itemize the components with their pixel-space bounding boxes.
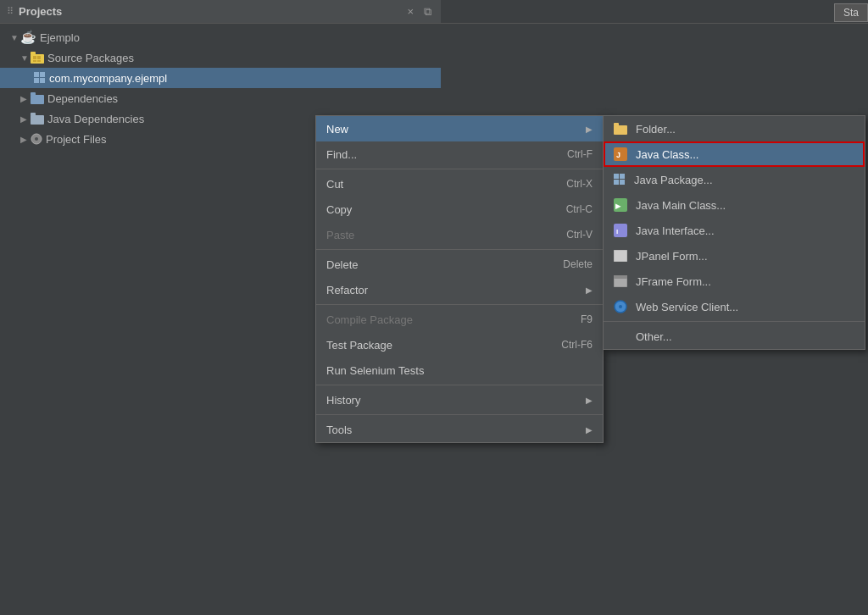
project-files-icon <box>31 133 42 145</box>
separator-submenu <box>604 321 865 322</box>
menu-item-shortcut: Ctrl-F6 <box>561 339 593 351</box>
menu-item-history[interactable]: History ▶ <box>316 387 603 413</box>
menu-item-copy[interactable]: Copy Ctrl-C <box>316 197 603 222</box>
package-icon <box>34 72 46 84</box>
jframe-icon <box>614 275 627 287</box>
menu-item-label: Copy <box>326 203 352 216</box>
expand-arrow: ▶ <box>20 135 31 144</box>
svg-rect-7 <box>31 92 36 96</box>
source-packages-icon <box>31 52 44 64</box>
svg-point-11 <box>35 137 38 141</box>
menu-item-refactor[interactable]: Refactor ▶ <box>316 277 603 302</box>
separator-4 <box>316 385 603 385</box>
panel-restore-btn[interactable]: ⧉ <box>421 5 434 19</box>
menu-item-label: New <box>326 123 348 136</box>
submenu-arrow: ▶ <box>586 396 593 405</box>
panel-close-btn[interactable]: × <box>404 5 416 18</box>
submenu-arrow: ▶ <box>586 125 593 134</box>
menu-item-find[interactable]: Find... Ctrl-F <box>316 141 603 167</box>
dep-icon <box>31 92 44 104</box>
java-class-icon: J <box>614 147 627 161</box>
tree-item-label: Source Packages <box>47 52 134 64</box>
menu-item-label: Tools <box>326 424 352 436</box>
expand-arrow: ▶ <box>20 94 31 103</box>
submenu-arrow: ▶ <box>586 425 593 435</box>
svg-rect-9 <box>31 113 36 116</box>
menu-item-shortcut: Ctrl-V <box>566 229 593 241</box>
svg-point-24 <box>619 305 622 308</box>
menu-item-selenium[interactable]: Run Selenium Tests <box>316 357 603 383</box>
expand-arrow: ▼ <box>20 53 31 63</box>
tree-item-dependencies[interactable]: ▶ Dependencies <box>0 88 441 108</box>
submenu-item-jframe-form[interactable]: JFrame Form... <box>604 269 865 294</box>
folder-icon <box>614 123 627 135</box>
submenu-item-java-interface[interactable]: I Java Interface... <box>604 218 865 243</box>
menu-item-cut[interactable]: Cut Ctrl-X <box>316 171 603 197</box>
menu-item-shortcut: Ctrl-F <box>567 148 593 160</box>
svg-rect-2 <box>33 56 36 59</box>
submenu-item-web-service-client[interactable]: Web Service Client... <box>604 294 865 319</box>
menu-item-label: Run Selenium Tests <box>326 364 424 377</box>
menu-item-label: Cut <box>326 178 343 191</box>
submenu-item-java-class[interactable]: J Java Class... <box>604 141 865 167</box>
menu-item-shortcut: Delete <box>563 258 593 270</box>
separator-5 <box>316 414 603 415</box>
menu-item-label: Refactor <box>326 284 368 296</box>
submenu-item-jpanel-form[interactable]: JPanel Form... <box>604 243 865 269</box>
menu-item-paste[interactable]: Paste Ctrl-V <box>316 222 603 247</box>
svg-rect-13 <box>614 123 619 126</box>
svg-rect-5 <box>37 60 41 62</box>
svg-rect-20 <box>614 250 627 262</box>
menu-item-label: History <box>326 394 360 407</box>
project-icon: ☕ <box>20 30 36 45</box>
submenu-item-java-main-class[interactable]: ▶ Java Main Class... <box>604 192 865 218</box>
java-pkg-icon <box>614 174 626 186</box>
menu-item-label: Java Class... <box>636 148 698 161</box>
sta-label: Sta <box>843 7 859 19</box>
expand-arrow: ▶ <box>20 114 31 124</box>
menu-item-shortcut: Ctrl-X <box>566 178 593 190</box>
svg-rect-12 <box>614 125 627 135</box>
menu-item-test[interactable]: Test Package Ctrl-F6 <box>316 332 603 357</box>
menu-item-label: JFrame Form... <box>636 275 711 288</box>
tree-item-label: Java Dependencies <box>47 113 144 125</box>
menu-item-delete[interactable]: Delete Delete <box>316 252 603 277</box>
svg-text:J: J <box>616 151 620 159</box>
tree-item-ejemplo[interactable]: ▼ ☕ Ejemplo <box>0 27 441 47</box>
tree-item-label: com.mycompany.ejempl <box>49 72 167 85</box>
submenu-item-folder[interactable]: Folder... <box>604 116 865 141</box>
panel-title: Projects <box>19 5 399 18</box>
right-top-bar: — <box>441 0 868 24</box>
menu-item-label: Delete <box>326 258 359 271</box>
submenu-new: Folder... J Java Class... <box>603 115 865 350</box>
menu-item-tools[interactable]: Tools ▶ <box>316 417 603 442</box>
svg-rect-4 <box>33 60 36 62</box>
menu-item-compile[interactable]: Compile Package F9 <box>316 307 603 332</box>
tree-item-label: Ejemplo <box>40 31 80 44</box>
webservice-icon <box>614 300 627 313</box>
menu-item-label: Java Interface... <box>636 224 715 237</box>
panel-drag-icon: ⠿ <box>7 6 14 17</box>
menu-item-label: Web Service Client... <box>636 301 738 313</box>
menu-item-label: Java Package... <box>634 174 713 186</box>
submenu-item-other[interactable]: Other... <box>604 324 865 349</box>
interface-icon: I <box>614 224 627 237</box>
menu-item-label: Test Package <box>326 339 392 352</box>
svg-text:I: I <box>616 228 618 235</box>
sta-button[interactable]: Sta <box>834 3 868 22</box>
menu-item-label: Paste <box>326 229 354 241</box>
menu-item-label: Find... <box>326 148 357 161</box>
menu-item-label: JPanel Form... <box>636 250 708 263</box>
context-menu: New ▶ Find... Ctrl-F Cut Ctrl-X Copy Ctr… <box>315 115 604 443</box>
tree-item-source-packages[interactable]: ▼ Source Packages <box>0 47 441 68</box>
menu-item-shortcut: Ctrl-C <box>566 203 593 215</box>
svg-rect-22 <box>614 275 627 279</box>
tree-item-package[interactable]: com.mycompany.ejempl <box>0 68 441 88</box>
menu-item-new[interactable]: New ▶ <box>316 116 603 141</box>
menu-item-label: Compile Package <box>326 313 413 326</box>
separator-1 <box>316 169 603 169</box>
tree-item-label: Project Files <box>46 133 107 146</box>
submenu-item-java-package[interactable]: Java Package... <box>604 167 865 192</box>
svg-text:▶: ▶ <box>615 202 621 210</box>
svg-rect-3 <box>37 56 41 59</box>
